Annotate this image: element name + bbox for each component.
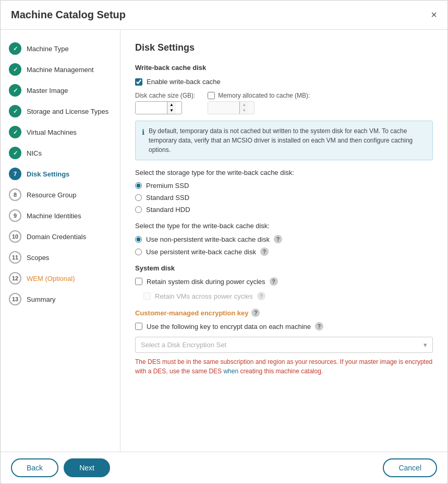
memory-cache-down: ▼ (240, 108, 248, 114)
encryption-title-text: Customer-managed encryption key (135, 309, 248, 317)
sidebar-label-master-image: Master Image (27, 87, 68, 95)
step-circle-machine-management: ✓ (9, 63, 21, 76)
non-persistent-label[interactable]: Use non-persistent write-back cache disk (146, 235, 270, 243)
sidebar-item-domain-credentials[interactable]: 10Domain Credentials (1, 226, 120, 247)
disk-cache-size-up[interactable]: ▲ (167, 102, 176, 108)
sidebar-item-virtual-machines[interactable]: ✓Virtual Machines (1, 122, 120, 143)
retain-power-help-icon[interactable]: ? (270, 277, 278, 286)
sidebar-label-resource-group: Resource Group (27, 191, 76, 199)
cancel-button[interactable]: Cancel (383, 458, 437, 477)
machine-catalog-dialog: Machine Catalog Setup × ✓Machine Type✓Ma… (0, 0, 448, 484)
persistent-radio[interactable] (135, 249, 142, 255)
retain-vms-checkbox (143, 292, 151, 300)
sidebar: ✓Machine Type✓Machine Management✓Master … (1, 30, 120, 452)
des-dropdown-arrow: ▾ (423, 341, 427, 349)
back-button[interactable]: Back (11, 458, 58, 477)
storage-type-premium-ssd: Premium SSD (135, 182, 433, 190)
close-button[interactable]: × (431, 9, 437, 21)
non-persistent-radio[interactable] (135, 236, 142, 243)
memory-cache-up: ▲ (240, 102, 248, 108)
des-dropdown[interactable]: Select a Disk Encryption Set ▾ (135, 337, 433, 353)
persistent-label[interactable]: Use persistent write-back cache disk (146, 248, 256, 256)
standard-hdd-label[interactable]: Standard HDD (146, 206, 190, 214)
memory-cache-arrows: ▲ ▼ (239, 102, 248, 114)
retain-power-checkbox[interactable] (135, 278, 142, 285)
sidebar-label-machine-type: Machine Type (27, 45, 69, 53)
sidebar-item-wem-optional[interactable]: 12WEM (Optional) (1, 268, 120, 289)
storage-type-standard-ssd: Standard SSD (135, 194, 433, 202)
sidebar-label-virtual-machines: Virtual Machines (27, 128, 77, 136)
sidebar-item-summary[interactable]: 13Summary (1, 289, 120, 310)
info-icon: ℹ (142, 127, 144, 155)
sidebar-item-scopes[interactable]: 11Scopes (1, 247, 120, 268)
step-circle-disk-settings: 7 (9, 168, 21, 180)
memory-cache-input: 256 (208, 102, 239, 114)
sidebar-item-master-image[interactable]: ✓Master Image (1, 80, 120, 101)
enable-writeback-checkbox[interactable] (135, 78, 142, 86)
premium-ssd-radio[interactable] (135, 182, 142, 189)
info-text: By default, temporary data is not cached… (149, 126, 426, 155)
storage-type-group: Premium SSD Standard SSD Standard HDD (135, 182, 433, 214)
sidebar-item-resource-group[interactable]: 8Resource Group (1, 184, 120, 205)
step-circle-virtual-machines: ✓ (9, 126, 21, 138)
sidebar-item-machine-identities[interactable]: 9Machine Identities (1, 205, 120, 226)
step-circle-nics: ✓ (9, 147, 21, 159)
section-title: Disk Settings (135, 42, 433, 53)
encryption-checkbox-row: Use the following key to encrypt data on… (135, 322, 433, 330)
cache-type-non-persistent: Use non-persistent write-back cache disk… (135, 235, 433, 243)
memory-cache-group: Memory allocated to cache (MB): 256 ▲ ▼ (208, 92, 310, 114)
sidebar-item-machine-type[interactable]: ✓Machine Type (1, 38, 120, 59)
premium-ssd-label[interactable]: Premium SSD (146, 182, 189, 190)
sidebar-label-machine-management: Machine Management (27, 66, 94, 74)
des-note: The DES must be in the same subscription… (135, 357, 433, 376)
des-note-highlight: when (223, 368, 238, 375)
step-circle-wem-optional: 12 (9, 272, 21, 285)
cache-type-label: Select the type for the write-back cache… (135, 222, 433, 230)
disk-cache-size-group: Disk cache size (GB): 127 ▲ ▼ (135, 92, 195, 114)
step-circle-storage-license: ✓ (9, 105, 21, 117)
standard-ssd-label[interactable]: Standard SSD (146, 194, 189, 202)
standard-ssd-radio[interactable] (135, 194, 142, 201)
sidebar-item-disk-settings[interactable]: 7Disk Settings (1, 163, 120, 184)
sidebar-label-scopes: Scopes (27, 254, 49, 262)
storage-type-standard-hdd: Standard HDD (135, 206, 433, 214)
encryption-title: Customer-managed encryption key ? (135, 309, 433, 317)
footer-left: Back Next (11, 458, 110, 477)
step-circle-master-image: ✓ (9, 84, 21, 97)
encryption-section: Customer-managed encryption key ? Use th… (135, 309, 433, 376)
encrypt-data-help-icon[interactable]: ? (315, 322, 323, 330)
sidebar-item-machine-management[interactable]: ✓Machine Management (1, 59, 120, 80)
enable-writeback-row: Enable write-back cache (135, 78, 433, 86)
info-box: ℹ By default, temporary data is not cach… (135, 121, 433, 160)
standard-hdd-radio[interactable] (135, 206, 142, 213)
sidebar-item-nics[interactable]: ✓NICs (1, 143, 120, 163)
enable-writeback-label[interactable]: Enable write-back cache (147, 78, 221, 86)
step-circle-resource-group: 8 (9, 188, 21, 201)
non-persistent-help-icon[interactable]: ? (274, 235, 282, 243)
writeback-section-title: Write-back cache disk (135, 64, 433, 72)
sidebar-item-storage-license[interactable]: ✓Storage and License Types (1, 101, 120, 122)
encryption-help-icon[interactable]: ? (251, 309, 260, 317)
disk-cache-size-down[interactable]: ▼ (167, 108, 176, 114)
next-button[interactable]: Next (64, 458, 110, 477)
step-circle-summary: 13 (9, 293, 21, 305)
retain-vms-row: Retain VMs across power cycles ? (135, 292, 433, 300)
system-disk-title: System disk (135, 264, 433, 272)
dialog-title: Machine Catalog Setup (11, 9, 126, 21)
cache-fields-row: Disk cache size (GB): 127 ▲ ▼ Memory all… (135, 92, 433, 114)
disk-cache-size-arrows: ▲ ▼ (167, 102, 176, 114)
step-circle-machine-type: ✓ (9, 42, 21, 55)
retain-power-label[interactable]: Retain system disk during power cycles (147, 278, 265, 286)
persistent-help-icon[interactable]: ? (260, 247, 269, 256)
des-placeholder: Select a Disk Encryption Set (141, 341, 226, 349)
memory-cache-checkbox[interactable] (208, 92, 215, 99)
sidebar-label-nics: NICs (27, 149, 42, 157)
disk-cache-size-input[interactable]: 127 (136, 102, 167, 114)
disk-cache-size-spinner[interactable]: 127 ▲ ▼ (135, 101, 182, 114)
retain-vms-label: Retain VMs across power cycles (155, 292, 253, 300)
step-circle-machine-identities: 9 (9, 209, 21, 222)
memory-cache-label: Memory allocated to cache (MB): (218, 92, 310, 99)
encrypt-data-label[interactable]: Use the following key to encrypt data on… (147, 323, 311, 330)
encrypt-data-checkbox[interactable] (135, 323, 142, 330)
disk-cache-size-label: Disk cache size (GB): (135, 92, 195, 99)
